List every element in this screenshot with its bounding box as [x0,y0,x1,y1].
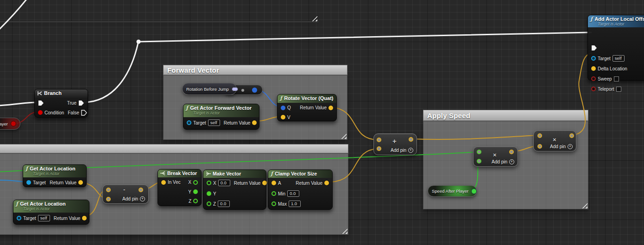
max-input-pin[interactable] [271,201,276,206]
v-pin[interactable] [281,115,285,119]
node-rotate-vector-quat[interactable]: ƒRotate Vector (Quat) Q Return Value V [277,94,337,121]
sweep-checkbox[interactable] [614,76,619,82]
comment-header[interactable]: Forward Vector [163,65,347,75]
add-pin-button[interactable]: Add pin + [391,148,413,153]
add-pin-button[interactable]: Add pin + [492,159,514,164]
node-subtitle: Target is Actor [23,207,86,211]
node-subtract[interactable]: - Add pin + [102,184,149,204]
condition-pin[interactable] [38,110,43,115]
z-value-input[interactable]: 0.0 [218,201,230,207]
return-value-pin[interactable] [78,180,83,185]
exec-wire-true-to-reroute[interactable] [84,43,138,102]
node-multiply-1[interactable]: × Add pin + [473,146,518,167]
exec-wire-into-branch[interactable] [0,102,37,106]
z-output-pin[interactable] [193,199,198,203]
multiply1-input-pin-2[interactable] [477,159,481,163]
q-pin[interactable] [281,106,285,110]
node-header[interactable]: ƒAdd Actor Local Offset Target is Actor [588,15,644,27]
subtract-input-pin-1[interactable] [106,188,111,192]
multiply1-output-pin[interactable] [509,150,514,154]
x-output-pin[interactable] [193,180,198,185]
add-pin-button[interactable]: Add pin + [122,196,145,201]
subtract-output-pin[interactable] [139,188,143,192]
node-header[interactable]: ƒGet Actor Location Target is Actor [23,165,86,177]
delta-location-pin[interactable] [591,66,596,71]
float-output-pin[interactable] [471,188,477,194]
target-pin[interactable] [591,56,596,61]
x-input-pin[interactable] [207,181,211,185]
node-get-actor-forward-vector[interactable]: ƒGet Actor Forward Vector Target is Acto… [183,104,259,130]
add-pin-label: Add pin [550,144,566,149]
exec-wire-main[interactable] [139,32,592,42]
return-value-pin[interactable] [328,106,333,110]
bool-output-pin[interactable] [11,121,16,126]
exec-false-pin[interactable] [81,110,87,116]
node-add-actor-local-offset[interactable]: ƒAdd Actor Local Offset Target is Actor … [587,15,644,81]
node-header[interactable]: Branch [35,89,88,98]
y-input-pin[interactable] [207,191,211,196]
x-label: X [213,181,216,186]
node-make-vector[interactable]: Make Vector X 0.0 Return Value Y Z 0.0 [203,170,266,210]
return-value-pin[interactable] [252,120,257,125]
q-pin-label: Q [287,105,291,110]
exec-true-pin[interactable] [78,100,84,106]
node-header[interactable]: Break Vector [158,170,201,177]
multiply1-input-pin-1[interactable] [477,150,481,154]
min-value-input[interactable]: 0.0 [287,190,299,197]
add-output-pin[interactable] [409,137,413,142]
quat-output-pin[interactable] [252,88,257,93]
target-value-input[interactable]: self [612,55,625,62]
return-value-pin[interactable] [262,181,267,185]
target-value-input[interactable]: self [38,215,50,221]
multiply2-output-pin[interactable] [569,133,574,138]
teleport-checkbox[interactable] [616,87,621,92]
node-player-variable[interactable]: Player [0,118,20,130]
node-multiply-2[interactable]: × Add pin + [533,130,576,151]
node-branch[interactable]: Branch True Condition False [34,89,88,118]
subtract-symbol: - [123,186,125,193]
return-value-pin[interactable] [324,181,329,185]
comment-header[interactable]: Apply Speed [423,110,588,121]
in-vec-pin[interactable] [161,180,166,185]
target-value-input[interactable]: self [208,119,220,126]
add-input-pin-2[interactable] [377,146,381,151]
teleport-pin[interactable] [591,87,596,91]
node-clamp-vector-size[interactable]: ƒClamp Vector Size A Return Value Min 0.… [268,170,333,210]
node-header[interactable]: ƒGet Actor Forward Vector Target is Acto… [183,104,259,117]
exec-input-pin[interactable] [591,45,597,51]
node-break-vector[interactable]: Break Vector In Vec X Y Z [158,169,202,206]
comment-header[interactable] [0,144,348,153]
z-input-pin[interactable] [207,201,211,206]
node-header[interactable]: ƒRotate Vector (Quat) [278,94,336,103]
exec-input-pin[interactable] [38,100,44,106]
node-rotation-before-jump[interactable]: Rotation Before Jump [182,83,237,95]
node-header[interactable]: Make Vector [203,170,266,178]
comment-resize-handle[interactable] [311,15,317,21]
a-input-pin[interactable] [271,181,276,185]
target-pin[interactable] [26,180,31,185]
node-add[interactable]: + Add pin + [373,133,417,155]
node-get-actor-location-bottom[interactable]: ƒGet Actor Location Target is Actor Targ… [13,200,89,225]
blueprint-graph-canvas[interactable]: Forward Vector Apply Speed Branch True [0,0,644,245]
target-pin[interactable] [187,120,191,125]
node-get-actor-location-top[interactable]: ƒGet Actor Location Target is Actor Targ… [23,164,87,187]
make-vector-icon [206,171,211,176]
y-label: Y [213,191,216,196]
multiply2-input-pin-2[interactable] [537,144,542,149]
node-header[interactable]: ƒClamp Vector Size [268,170,332,178]
min-input-pin[interactable] [271,191,276,196]
add-pin-button[interactable]: Add pin + [550,144,573,149]
subtract-input-pin-2[interactable] [106,197,111,201]
node-speed-after-player[interactable]: Speed After Player [428,185,477,197]
condition-pin-label: Condition [44,110,64,115]
node-header[interactable]: ƒGet Actor Location Target is Actor [13,200,89,213]
x-value-input[interactable]: 0.0 [218,180,230,186]
add-input-pin-1[interactable] [377,138,381,142]
sweep-pin[interactable] [591,76,596,81]
multiply2-input-pin-1[interactable] [537,133,542,138]
max-value-input[interactable]: 1.0 [289,201,301,207]
y-output-pin[interactable] [193,189,198,194]
target-pin[interactable] [17,216,21,220]
rotator-output-pin[interactable] [232,87,238,91]
return-value-pin[interactable] [82,216,87,220]
